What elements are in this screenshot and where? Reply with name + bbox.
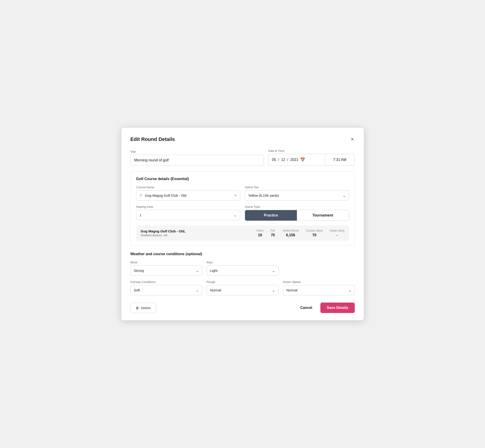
- cancel-button[interactable]: Cancel: [297, 303, 316, 312]
- rough-label: Rough: [207, 280, 278, 284]
- holes-value: 18: [258, 233, 262, 237]
- practice-button[interactable]: Practice: [245, 210, 297, 221]
- modal-footer: 🗑 Delete Cancel Save Details: [130, 300, 355, 313]
- stat-slope-rating: Slope rating -: [330, 229, 344, 237]
- select-tee-group: Select Tee Yellow (6,156 yards) White (6…: [245, 185, 349, 200]
- golf-course-section: Golf Course details (Essential) Course N…: [130, 171, 355, 246]
- rain-dropdown[interactable]: None Light Moderate Heavy: [207, 265, 278, 276]
- game-type-label: Game Type: [245, 205, 349, 208]
- wind-group: Wind None Light Moderate Strong Very Str…: [130, 261, 202, 276]
- wind-label: Wind: [130, 261, 202, 264]
- time-part[interactable]: 7:31 AM: [325, 154, 355, 166]
- fairway-rough-green-row: Fairway Conditions Soft Normal Hard Very…: [130, 280, 355, 295]
- stat-par: Par 70: [271, 229, 275, 237]
- wind-dropdown[interactable]: None Light Moderate Strong Very Strong: [130, 265, 202, 276]
- date-text: 05 / 12 / 2021: [272, 158, 299, 162]
- delete-button[interactable]: 🗑 Delete: [130, 303, 156, 313]
- wind-rain-row: Wind None Light Moderate Strong Very Str…: [130, 261, 355, 276]
- par-label: Par: [271, 229, 275, 232]
- time-text: 7:31 AM: [333, 158, 347, 162]
- starting-hole-label: Starting Hole: [136, 205, 241, 208]
- stat-course-rating: Course rating 70: [306, 229, 323, 237]
- course-name-group: Course Name ⚲ ✕: [136, 185, 241, 200]
- game-type-group: Game Type Practice Tournament: [245, 205, 349, 221]
- fairway-group: Fairway Conditions Soft Normal Hard Very…: [130, 280, 202, 295]
- course-rating-label: Course rating: [306, 229, 323, 232]
- fairway-label: Fairway Conditions: [130, 280, 202, 284]
- edit-round-modal: Edit Round Details × Title Date & Time 0…: [121, 128, 364, 320]
- starting-hole-dropdown[interactable]: 1234 5678 910: [136, 210, 241, 220]
- yards-label: Yards(Yellow): [282, 229, 299, 232]
- course-info-box: Gog Magog Golf Club - Old, Shelford Bott…: [136, 225, 349, 241]
- course-tee-row: Course Name ⚲ ✕ Select Tee Yellow (6,156…: [136, 185, 349, 200]
- course-info-location: Shelford Bottom, UK: [141, 233, 257, 237]
- select-tee-dropdown[interactable]: Yellow (6,156 yards) White (6,500 yards)…: [245, 190, 349, 200]
- datetime-row: 05 / 12 / 2021 📅 7:31 AM: [268, 154, 355, 166]
- rough-dropdown[interactable]: Light Normal Heavy Very Heavy: [207, 285, 278, 295]
- course-name-input-wrap: ⚲ ✕: [136, 190, 241, 200]
- footer-right: Cancel Save Details: [297, 303, 355, 313]
- datetime-field-group: Date & Time 05 / 12 / 2021 📅 7:31 AM: [268, 149, 355, 166]
- stat-yards: Yards(Yellow) 6,156: [282, 229, 299, 237]
- slope-rating-label: Slope rating: [330, 229, 344, 232]
- course-info-name: Gog Magog Golf Club - Old, Shelford Bott…: [141, 229, 257, 237]
- fairway-dropdown[interactable]: Soft Normal Hard Very Hard: [130, 285, 202, 295]
- slope-rating-value: -: [337, 233, 338, 237]
- calendar-icon: 📅: [300, 157, 305, 162]
- golf-section-title: Golf Course details (Essential): [136, 177, 349, 181]
- date-part[interactable]: 05 / 12 / 2021 📅: [268, 154, 325, 166]
- rain-label: Rain: [207, 261, 278, 264]
- title-field-group: Title: [130, 150, 264, 166]
- green-speed-label: Green Speed: [283, 280, 355, 284]
- datetime-label: Date & Time: [268, 149, 355, 152]
- select-tee-label: Select Tee: [245, 185, 349, 189]
- weather-section: Weather and course conditions (optional)…: [130, 252, 355, 295]
- title-label: Title: [130, 150, 264, 153]
- title-input[interactable]: [130, 155, 264, 166]
- green-speed-group: Green Speed Slow Normal Fast Very Fast ⌄: [283, 280, 355, 295]
- wind-wrap: None Light Moderate Strong Very Strong ⌄: [130, 265, 202, 276]
- select-tee-wrap: Yellow (6,156 yards) White (6,500 yards)…: [245, 190, 349, 200]
- tournament-button[interactable]: Tournament: [297, 210, 349, 221]
- close-button[interactable]: ×: [350, 136, 355, 143]
- course-stats: Holes 18 Par 70 Yards(Yellow) 6,156 Cour…: [256, 229, 344, 237]
- course-info-name-text: Gog Magog Golf Club - Old,: [141, 229, 257, 233]
- rough-wrap: Light Normal Heavy Very Heavy ⌄: [207, 285, 278, 295]
- modal-header: Edit Round Details ×: [130, 136, 355, 143]
- par-value: 70: [271, 233, 275, 237]
- rain-wrap: None Light Moderate Heavy ⌄: [207, 265, 278, 276]
- starting-hole-wrap: 1234 5678 910 ⌄: [136, 210, 241, 220]
- top-row: Title Date & Time 05 / 12 / 2021 📅 7: [130, 149, 355, 166]
- yards-value: 6,156: [286, 233, 295, 237]
- green-speed-dropdown[interactable]: Slow Normal Fast Very Fast: [283, 285, 355, 295]
- rain-group: Rain None Light Moderate Heavy ⌄: [207, 261, 278, 276]
- weather-title: Weather and course conditions (optional): [130, 252, 355, 256]
- hole-gametype-row: Starting Hole 1234 5678 910 ⌄ Game Type …: [136, 205, 349, 221]
- modal-title: Edit Round Details: [130, 136, 175, 142]
- game-type-toggle: Practice Tournament: [245, 210, 349, 221]
- stat-holes: Holes 18: [256, 229, 263, 237]
- rough-group: Rough Light Normal Heavy Very Heavy ⌄: [207, 280, 278, 295]
- course-name-label: Course Name: [136, 185, 241, 189]
- clear-icon[interactable]: ✕: [234, 193, 237, 198]
- course-rating-value: 70: [312, 233, 316, 237]
- holes-label: Holes: [256, 229, 263, 232]
- starting-hole-group: Starting Hole 1234 5678 910 ⌄: [136, 205, 241, 221]
- course-name-input[interactable]: [136, 190, 241, 200]
- green-speed-wrap: Slow Normal Fast Very Fast ⌄: [283, 285, 355, 295]
- save-details-button[interactable]: Save Details: [320, 303, 355, 313]
- fairway-wrap: Soft Normal Hard Very Hard ⌄: [130, 285, 202, 295]
- trash-icon: 🗑: [136, 306, 139, 310]
- search-icon: ⚲: [139, 193, 142, 198]
